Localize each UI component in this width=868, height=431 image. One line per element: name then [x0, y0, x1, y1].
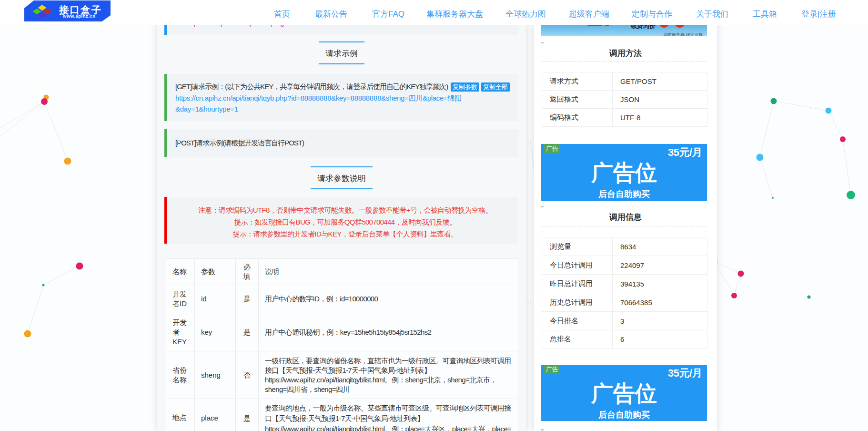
svg-text:www.apihz.cn: www.apihz.cn	[62, 13, 95, 19]
